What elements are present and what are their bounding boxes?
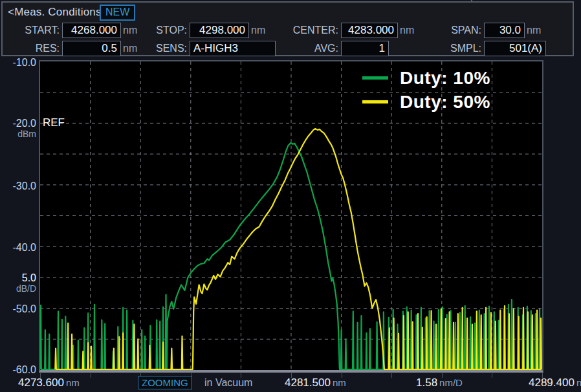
x-tick [91,373,91,378]
frame-divider [471,0,472,2]
vacuum-label: in Vacuum [204,377,252,389]
plot-canvas[interactable]: REF Duty: 10% Duty: 50% [39,60,543,373]
field-start: START: 4268.000 nm [9,23,137,38]
y-tick--40: -40.0 [0,242,36,254]
res-label: RES: [9,43,62,54]
sens-label: SENS: [137,43,190,54]
y-tick--10: -10.0 [0,57,36,69]
stop-label: STOP: [137,25,190,36]
legend-line-green [362,76,388,80]
meas-conditions-panel: <Meas. Conditions> NEW START: 4268.000 n… [1,1,574,56]
legend-label-duty10: Duty: 10% [400,68,490,89]
x-center-label: 4281.500nm [285,376,346,389]
field-smpl: SMPL: 501(A) [422,41,546,56]
smpl-input[interactable]: 501(A) [484,41,546,56]
field-res: RES: 0.5 nm [9,41,137,56]
center-unit: nm [398,25,414,36]
start-input[interactable]: 4268.000 [62,23,121,38]
new-badge[interactable]: NEW [100,5,135,21]
y-scale-value: 5.0 [0,272,36,284]
x-tick [391,373,392,378]
start-unit: nm [121,25,137,36]
panel-title: <Meas. Conditions> [8,6,108,19]
avg-label: AVG: [280,43,341,54]
legend-item-duty10: Duty: 10% [362,66,490,90]
legend: Duty: 10% Duty: 50% [362,66,490,114]
y-tick--60: -60.0 [0,364,36,376]
y-scale-unit: dB/D [0,283,36,294]
span-unit: nm [525,25,541,36]
x-start-label: 4273.600nm [18,376,80,389]
x-stop-label: 4289.400nm [529,376,581,389]
res-unit: nm [121,43,137,54]
avg-input[interactable]: 1 [341,41,389,56]
span-label: SPAN: [422,25,484,36]
y-tick--50: -50.0 [0,303,36,315]
stop-unit: nm [249,25,265,36]
stop-input[interactable]: 4298.000 [190,23,249,38]
trace-duty-50 [55,129,542,369]
ref-marker: REF [43,116,65,129]
span-input[interactable]: 30.0 [484,23,525,38]
smpl-label: SMPL: [422,43,484,54]
field-span: SPAN: 30.0 nm [422,23,541,38]
x-per-div-label: 1.58nm/D [416,376,463,389]
legend-line-yellow [362,100,388,103]
osa-screen: <Meas. Conditions> NEW START: 4268.000 n… [0,0,581,392]
field-sens: SENS: A-HIGH3 [137,41,276,56]
zooming-badge[interactable]: ZOOMING [138,376,192,389]
res-input[interactable]: 0.5 [62,41,121,56]
legend-item-duty50: Duty: 50% [362,90,490,114]
x-tick [492,373,492,378]
center-input[interactable]: 4283.000 [341,23,398,38]
y-tick--30: -30.0 [0,180,36,192]
sens-input[interactable]: A-HIGH3 [190,41,276,56]
start-label: START: [9,25,62,36]
field-stop: STOP: 4298.000 nm [137,23,265,38]
y-unit-dbm: dBm [0,129,36,139]
legend-label-duty50: Duty: 50% [400,92,490,113]
field-center: CENTER: 4283.000 nm [280,23,414,38]
y-tick--20: -20.0 [0,118,36,129]
field-avg: AVG: 1 [280,41,389,56]
center-label: CENTER: [280,25,341,36]
